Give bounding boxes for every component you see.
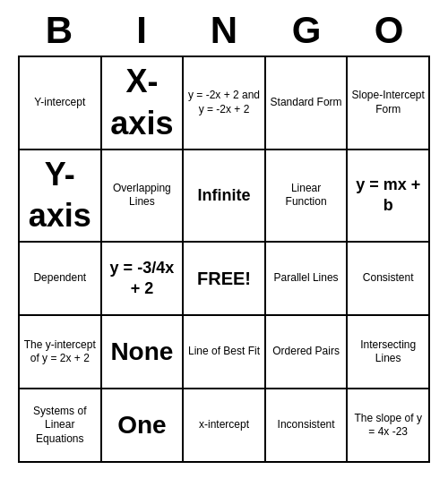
cell-2-1: y = -3/4x + 2: [102, 243, 185, 316]
cell-1-2: Infinite: [184, 150, 266, 244]
cell-2-3: Parallel Lines: [266, 243, 349, 316]
letter-i: I: [102, 9, 181, 52]
cell-1-1: Overlapping Lines: [102, 150, 185, 244]
cell-0-1: X-axis: [102, 57, 185, 150]
cell-2-4: Consistent: [348, 243, 430, 316]
letter-o: O: [349, 9, 428, 52]
cell-4-3: Inconsistent: [266, 389, 349, 463]
cell-4-4: The slope of y = 4x -23: [348, 389, 430, 463]
cell-4-0: Systems of Linear Equations: [20, 389, 102, 463]
cell-1-3: Linear Function: [266, 150, 349, 244]
bingo-title: B I N G O: [18, 9, 430, 52]
cell-0-4: Slope-Intercept Form: [348, 57, 430, 150]
cell-1-0: Y-axis: [20, 150, 102, 244]
cell-0-2: y = -2x + 2 and y = -2x + 2: [184, 57, 266, 150]
letter-b: B: [20, 9, 99, 52]
cell-0-3: Standard Form: [266, 57, 349, 150]
letter-n: N: [185, 9, 263, 52]
cell-4-2: x-intercept: [184, 389, 266, 463]
bingo-grid: Y-intercept X-axis y = -2x + 2 and y = -…: [18, 56, 430, 463]
cell-0-0: Y-intercept: [20, 57, 102, 150]
cell-3-3: Ordered Pairs: [266, 316, 349, 389]
cell-3-1: None: [102, 316, 185, 389]
cell-4-1: One: [102, 389, 185, 463]
cell-3-4: Intersecting Lines: [348, 316, 430, 389]
cell-1-4: y = mx + b: [348, 150, 430, 244]
cell-3-0: The y-intercept of y = 2x + 2: [20, 316, 102, 389]
cell-3-2: Line of Best Fit: [184, 316, 266, 389]
cell-2-2: FREE!: [184, 243, 266, 316]
letter-g: G: [267, 9, 346, 52]
cell-2-0: Dependent: [20, 243, 102, 316]
